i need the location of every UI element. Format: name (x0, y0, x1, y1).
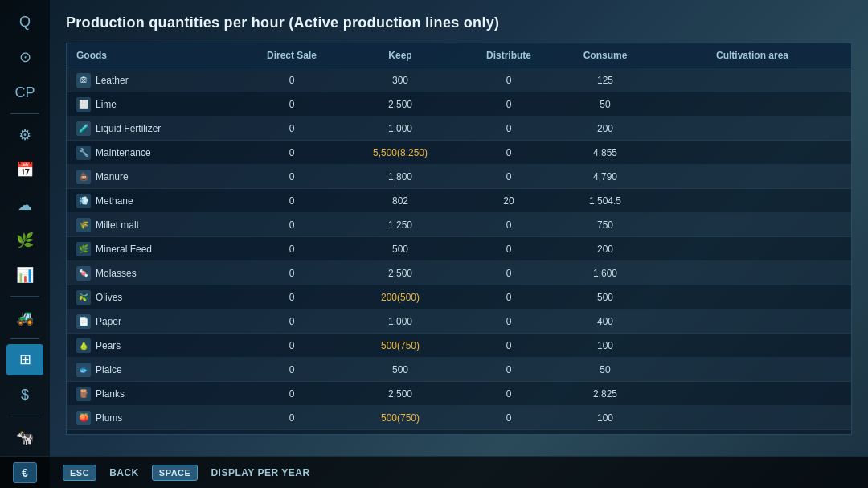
keep-cell: 300 (340, 72, 461, 89)
table-row: 🍬Molasses02,50001,600 (67, 261, 851, 285)
item-icon: 🔧 (76, 146, 91, 160)
item-name: Lime (96, 99, 117, 110)
item-name: Molasses (96, 268, 137, 279)
keep-cell: 1,250 (340, 216, 461, 234)
item-name: Leather (96, 75, 129, 86)
col-cultivation: Cultivation area (653, 43, 851, 68)
col-direct-sale: Direct Sale (244, 43, 340, 68)
back-label[interactable]: BACK (109, 467, 139, 478)
table-row: 🌾Rye Flour01,00001,200 (67, 430, 851, 434)
sidebar-item-steering[interactable]: ⊙ (6, 42, 43, 74)
direct-sale-cell: 0 (244, 313, 340, 330)
direct-sale-cell: 0 (244, 192, 340, 210)
distribute-cell: 0 (461, 120, 557, 137)
table-row: 🌾Millet malt01,2500750 (67, 213, 851, 237)
cultivation-cell (653, 101, 851, 108)
display-per-year-label[interactable]: DISPLAY PER YEAR (211, 467, 309, 478)
goods-cell: 🪵Planks (67, 383, 244, 404)
col-consume: Consume (557, 43, 653, 68)
bottom-left: € (0, 456, 50, 488)
table-row: 📄Paper01,0000400 (67, 310, 851, 334)
goods-cell: 🌾Rye Flour (67, 432, 244, 435)
consume-cell: 1,200 (557, 433, 653, 435)
consume-cell: 4,790 (557, 168, 653, 186)
direct-sale-cell: 0 (244, 289, 340, 306)
distribute-cell: 0 (461, 409, 557, 427)
cultivation-cell (653, 125, 851, 132)
goods-cell: 🍑Plums (67, 408, 244, 429)
item-name: Plaice (96, 364, 122, 375)
sidebar-item-q[interactable]: Q (6, 6, 43, 39)
table-row: 🍐Pears0500(750)0100 (67, 334, 851, 358)
direct-sale-cell: 0 (244, 216, 340, 234)
item-icon: 🏚 (76, 73, 91, 88)
cultivation-cell (653, 150, 851, 156)
item-name: Maintenance (96, 147, 151, 158)
keep-cell: 1,000 (340, 433, 461, 435)
sidebar-item-tractor[interactable]: 🚜 (6, 301, 43, 334)
keep-cell: 1,000 (340, 120, 461, 137)
distribute-cell: 0 (461, 361, 557, 379)
table-row: 🔧Maintenance05,500(8,250)04,855 (67, 141, 851, 165)
table-row: 🏚Leather03000125 (67, 68, 851, 92)
sidebar-divider (10, 338, 39, 339)
sidebar-item-finance[interactable]: $ (6, 379, 43, 411)
goods-cell: 🍐Pears (67, 335, 244, 356)
keep-cell: 1,800 (340, 168, 461, 186)
sidebar-item-production[interactable]: ⊞ (6, 344, 43, 376)
item-icon: 🫒 (76, 290, 91, 305)
consume-cell: 200 (557, 120, 653, 137)
cultivation-cell (653, 318, 851, 325)
distribute-cell: 0 (461, 144, 557, 162)
col-goods: Goods (67, 43, 244, 68)
table-header: Goods Direct Sale Keep Distribute Consum… (67, 43, 851, 68)
cultivation-cell (653, 391, 851, 397)
goods-cell: 🌿Mineral Feed (67, 239, 244, 260)
esc-badge[interactable]: ESC (63, 465, 96, 481)
cultivation-cell (653, 270, 851, 277)
consume-cell: 125 (557, 72, 653, 89)
sidebar-item-crops[interactable]: 🌿 (6, 224, 43, 256)
cultivation-cell (653, 77, 851, 84)
distribute-cell: 0 (461, 240, 557, 258)
direct-sale-cell: 0 (244, 409, 340, 427)
distribute-cell: 0 (461, 337, 557, 355)
keep-cell: 500(750) (340, 409, 461, 427)
direct-sale-cell: 0 (244, 120, 340, 137)
sidebar-item-animals[interactable]: 🐄 (6, 421, 43, 453)
item-icon: ⬜ (76, 97, 91, 112)
col-keep: Keep (340, 43, 461, 68)
distribute-cell: 0 (461, 96, 557, 113)
item-icon: 🧪 (76, 121, 91, 136)
goods-cell: 🏚Leather (67, 70, 244, 91)
sidebar-item-weather[interactable]: ☁ (6, 189, 43, 221)
goods-cell: 🔧Maintenance (67, 142, 244, 163)
sidebar-item-calendar[interactable]: 📅 (6, 154, 43, 186)
distribute-cell: 0 (461, 289, 557, 306)
distribute-cell: 0 (461, 168, 557, 186)
space-badge[interactable]: SPACE (152, 465, 199, 481)
keep-cell: 200(500) (340, 289, 461, 306)
direct-sale-cell: 0 (244, 72, 340, 89)
direct-sale-cell: 0 (244, 168, 340, 186)
keep-cell: 500 (340, 240, 461, 258)
item-name: Mineral Feed (96, 244, 152, 255)
cultivation-cell (653, 342, 851, 349)
direct-sale-cell: 0 (244, 361, 340, 379)
table-body[interactable]: 🏚Leather03000125⬜Lime02,500050🧪Liquid Fe… (67, 68, 851, 434)
cultivation-cell (653, 174, 851, 180)
table-row: 💩Manure01,80004,790 (67, 165, 851, 189)
sidebar-item-cp[interactable]: CP (6, 76, 43, 109)
table-row: ⬜Lime02,500050 (67, 92, 851, 117)
direct-sale-cell: 0 (244, 265, 340, 282)
direct-sale-cell: 0 (244, 385, 340, 403)
goods-cell: ⬜Lime (67, 94, 244, 115)
item-name: Olives (96, 292, 122, 303)
sidebar-item-settings[interactable]: ⚙ (6, 119, 43, 151)
sidebar-divider (10, 416, 39, 416)
keep-cell: 1,000 (340, 313, 461, 330)
keep-cell: 2,500 (340, 385, 461, 403)
table-row: 🫒Olives0200(500)0500 (67, 285, 851, 310)
table-row: 🧪Liquid Fertilizer01,0000200 (67, 117, 851, 141)
sidebar-item-chart[interactable]: 📊 (6, 259, 43, 291)
